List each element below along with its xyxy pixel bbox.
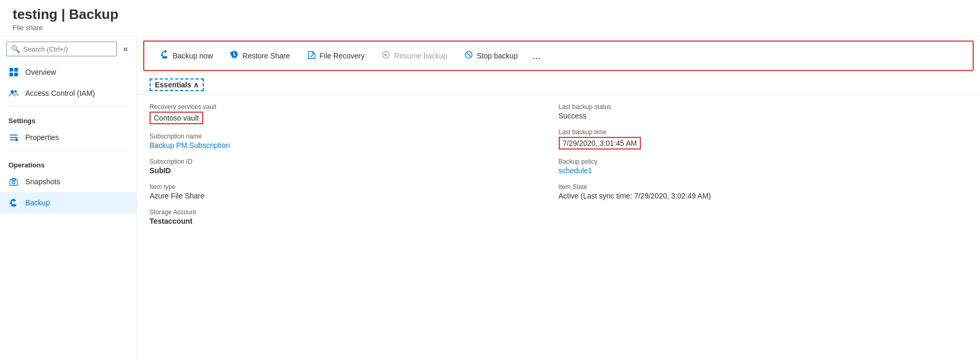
sidebar-item-properties[interactable]: Properties <box>0 127 136 148</box>
sidebar-item-access-control[interactable]: Access Control (IAM) <box>0 83 136 104</box>
resume-backup-icon <box>381 50 391 62</box>
sidebar-divider-operations <box>8 150 128 151</box>
info-backup-policy-value[interactable]: schedule1 <box>559 166 947 175</box>
sidebar-search-row: 🔍 « <box>0 36 136 62</box>
svg-point-5 <box>14 90 17 93</box>
info-item-type-value: Azure File Share <box>150 192 538 200</box>
page-subtitle: File share <box>13 24 967 32</box>
file-recovery-label: File Recovery <box>320 52 365 60</box>
collapse-button[interactable]: « <box>121 42 130 56</box>
info-last-backup-time: Last backup time 7/29/2020, 3:01:45 AM <box>559 128 968 150</box>
stop-backup-icon <box>464 50 473 62</box>
more-label: ... <box>532 51 540 62</box>
essentials-dashed-box: Essentials ∧ <box>150 78 204 91</box>
page-title: testing | Backup <box>13 6 967 23</box>
properties-icon <box>8 132 19 143</box>
restore-share-button[interactable]: Restore Share <box>222 46 297 66</box>
svg-rect-10 <box>10 180 17 185</box>
info-item-state-value: Active (Last sync time: 7/29/2020, 3:02:… <box>559 192 947 200</box>
restore-share-icon <box>230 50 239 62</box>
info-item-type: Item type Azure File Share <box>150 183 559 200</box>
backup-now-label: Backup now <box>173 52 213 60</box>
sidebar-section-operations: Operations <box>0 153 136 171</box>
info-subscription-id-value: SubID <box>150 166 538 175</box>
info-recovery-vault-value: Contoso vault <box>150 112 203 124</box>
sidebar-search-box[interactable]: 🔍 <box>6 42 117 56</box>
sidebar-section-settings: Settings <box>0 108 136 127</box>
info-subscription-id: Subscription ID SubID <box>150 158 559 175</box>
restore-share-label: Restore Share <box>242 52 290 60</box>
sidebar-item-overview-label: Overview <box>25 68 56 76</box>
info-subscription-name-value[interactable]: Backup PM Subscription <box>150 141 538 150</box>
svg-line-17 <box>467 53 471 56</box>
info-subscription-name-label: Subscription name <box>150 133 538 140</box>
resume-backup-button[interactable]: Resume backup <box>374 46 454 66</box>
info-backup-policy: Backup policy schedule1 <box>559 158 968 175</box>
people-icon <box>8 88 19 98</box>
svg-rect-3 <box>14 73 18 76</box>
sidebar: 🔍 « Overview <box>0 36 137 358</box>
info-storage-account-label: Storage Account <box>150 208 538 216</box>
svg-rect-11 <box>12 178 15 181</box>
backup-icon <box>8 197 19 208</box>
info-backup-policy-label: Backup policy <box>559 158 947 165</box>
info-recovery-vault-label: Recovery services vault <box>150 103 538 111</box>
info-last-backup-time-label: Last backup time <box>559 128 947 136</box>
toolbar: Backup now Restore Share <box>143 41 974 71</box>
sidebar-item-snapshots[interactable]: Snapshots <box>0 171 136 192</box>
info-item-state-label: Item State <box>559 183 947 191</box>
info-recovery-vault: Recovery services vault Contoso vault <box>150 103 559 124</box>
grid-icon <box>8 67 19 77</box>
svg-rect-13 <box>12 204 16 207</box>
svg-rect-0 <box>9 68 13 72</box>
essentials-left-column: Recovery services vault Contoso vault Su… <box>150 103 559 350</box>
stop-backup-button[interactable]: Stop backup <box>457 46 525 66</box>
info-subscription-name: Subscription name Backup PM Subscription <box>150 133 559 150</box>
search-icon: 🔍 <box>11 45 20 53</box>
info-last-backup-status-label: Last backup status <box>559 103 947 111</box>
svg-point-4 <box>11 90 14 93</box>
essentials-header: Essentials ∧ <box>137 75 980 95</box>
sidebar-item-properties-label: Properties <box>25 133 59 142</box>
sidebar-nav: Overview Access Control (IAM) Settings <box>0 62 136 358</box>
snapshots-icon <box>8 176 19 187</box>
file-recovery-icon <box>307 50 316 62</box>
info-storage-account: Storage Account Testaccount <box>150 208 559 225</box>
essentials-label: Essentials <box>155 81 191 89</box>
resume-backup-label: Resume backup <box>394 52 447 60</box>
info-storage-account-value: Testaccount <box>150 217 538 225</box>
info-item-state: Item State Active (Last sync time: 7/29/… <box>559 183 968 200</box>
stop-backup-label: Stop backup <box>477 52 518 60</box>
page-header: testing | Backup File share <box>0 0 980 36</box>
main-layout: 🔍 « Overview <box>0 36 980 358</box>
info-last-backup-time-value: 7/29/2020, 3:01:45 AM <box>559 137 641 150</box>
essentials-chevron-icon[interactable]: ∧ <box>193 81 199 89</box>
info-subscription-id-label: Subscription ID <box>150 158 538 165</box>
info-last-backup-status: Last backup status Success <box>559 103 968 120</box>
sidebar-item-snapshots-label: Snapshots <box>25 177 60 186</box>
sidebar-divider-settings <box>8 106 128 106</box>
svg-rect-1 <box>14 68 18 72</box>
content-area: Backup now Restore Share <box>137 36 980 358</box>
search-input[interactable] <box>23 45 112 53</box>
sidebar-item-backup[interactable]: Backup <box>0 192 136 213</box>
svg-point-9 <box>15 138 18 141</box>
sidebar-item-overview[interactable]: Overview <box>0 62 136 83</box>
backup-now-icon <box>160 50 170 62</box>
backup-now-button[interactable]: Backup now <box>153 46 220 66</box>
sidebar-item-backup-label: Backup <box>25 198 50 207</box>
info-item-type-label: Item type <box>150 183 538 191</box>
info-last-backup-status-value: Success <box>559 112 947 120</box>
file-recovery-button[interactable]: File Recovery <box>300 46 372 66</box>
more-button[interactable]: ... <box>527 46 546 66</box>
svg-rect-14 <box>163 56 167 59</box>
svg-rect-2 <box>9 73 13 76</box>
svg-point-12 <box>12 181 15 184</box>
essentials-body: Recovery services vault Contoso vault Su… <box>137 95 980 358</box>
essentials-right-column: Last backup status Success Last backup t… <box>559 103 968 350</box>
sidebar-item-access-control-label: Access Control (IAM) <box>25 89 95 97</box>
